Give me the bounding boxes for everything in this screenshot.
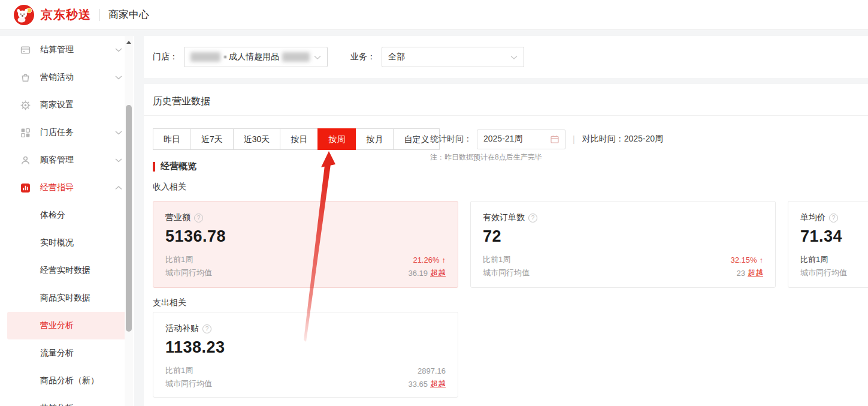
sidebar-item-settings[interactable]: 商家设置 <box>0 91 134 119</box>
row-label: 城市同行均值 <box>483 267 530 278</box>
card-row: 城市同行均值 36.19 超越 <box>165 266 446 279</box>
card-row: 城市同行均值 33.65 超越 <box>165 377 446 390</box>
metric-card-activity-subsidy[interactable]: 活动补贴 ? 1138.23 比前1周 2897.16 城市同行均值 33.65… <box>153 312 458 398</box>
tab-by-week[interactable]: 按周 <box>317 128 356 150</box>
stat-time-picker[interactable]: 2025-21周 <box>477 130 565 149</box>
card-row: 比前1周 32.15% ↑ <box>483 253 763 266</box>
tab-by-day[interactable]: 按日 <box>280 128 318 150</box>
sidebar-subitem-operation-realtime-data[interactable]: 经营实时数据 <box>7 257 127 284</box>
brand-title: 京东秒送 <box>41 7 91 23</box>
sidebar-subitem-realtime-overview[interactable]: 实时概况 <box>7 229 127 257</box>
row-label: 比前1周 <box>483 254 510 265</box>
sidebar: 结算管理 营销活动 <box>0 36 134 406</box>
pipe-divider: | <box>573 134 575 144</box>
tab-last-30-days[interactable]: 近30天 <box>233 128 281 150</box>
sidebar-item-settlement[interactable]: 结算管理 <box>0 36 134 64</box>
exceed-badge[interactable]: 超越 <box>748 267 763 278</box>
sidebar-subitem-health-score[interactable]: 体检分 <box>7 202 127 229</box>
stat-time-value: 2025-21周 <box>483 134 522 145</box>
top-bar: 京东秒送 商家中心 <box>0 0 868 30</box>
chart-icon <box>20 183 31 193</box>
card-title: 有效订单数 <box>483 212 525 223</box>
sidebar-subitem-business-analysis[interactable]: 营业分析 <box>7 312 127 339</box>
scroll-up-button[interactable] <box>125 38 132 46</box>
card-row: 比前1周 <box>800 253 868 266</box>
tab-by-month[interactable]: 按月 <box>355 128 394 150</box>
card-value: 5136.78 <box>165 227 446 246</box>
help-icon[interactable]: ? <box>528 213 537 222</box>
business-filter-label: 业务： <box>350 52 376 62</box>
sidebar-item-label: 顾客管理 <box>40 155 115 166</box>
row-value: 23 <box>737 269 745 278</box>
row-value: 36.19 <box>408 269 428 278</box>
sidebar-subitem-label: 营业分析 <box>40 320 74 331</box>
help-icon[interactable]: ? <box>829 213 838 222</box>
row-value: 33.65 <box>408 380 428 389</box>
metric-card-revenue[interactable]: 营业额 ? 5136.78 比前1周 21.26% ↑ 城市同行均值 36.19… <box>153 201 458 288</box>
row-label: 城市同行均值 <box>165 378 212 389</box>
overview-title: 经营概览 <box>161 161 196 172</box>
history-data-panel: 历史营业数据 昨日 近7天 近30天 按日 按周 按月 自定义 统计时间： 20… <box>144 84 868 406</box>
sidebar-item-label: 营销活动 <box>40 72 115 83</box>
marketing-icon <box>20 73 31 83</box>
exceed-badge[interactable]: 超越 <box>430 378 446 389</box>
sidebar-item-label: 经营指导 <box>40 182 115 193</box>
exceed-badge[interactable]: 超越 <box>430 267 446 278</box>
row-label: 比前1周 <box>165 365 193 376</box>
card-value: 71.34 <box>800 227 868 246</box>
row-value: 2897.16 <box>418 366 446 375</box>
help-icon[interactable]: ? <box>202 324 211 333</box>
tab-yesterday[interactable]: 昨日 <box>153 128 191 150</box>
sidebar-item-business-guidance[interactable]: 经营指导 <box>0 174 134 202</box>
up-arrow-icon: ↑ <box>760 255 764 264</box>
tab-last-7-days[interactable]: 近7天 <box>190 128 234 150</box>
sidebar-subitem-label: 商品分析（新） <box>40 375 99 386</box>
chevron-down-icon <box>314 55 321 60</box>
sidebar-item-store-tasks[interactable]: 门店任务 <box>0 119 134 146</box>
chevron-down-icon <box>115 130 122 135</box>
redacted-dot <box>224 56 226 58</box>
store-select[interactable]: 成人情趣用品 <box>184 47 328 67</box>
sidebar-scrollbar[interactable] <box>125 36 133 406</box>
card-row: 城市同行均值 <box>800 266 868 279</box>
data-note: 注：昨日数据预计在8点后生产完毕 <box>430 152 542 163</box>
grid-icon <box>20 128 31 138</box>
help-icon[interactable]: ? <box>194 213 203 222</box>
sidebar-item-marketing[interactable]: 营销活动 <box>0 64 134 91</box>
sidebar-subitem-product-analysis-new[interactable]: 商品分析（新） <box>7 367 127 395</box>
row-label: 比前1周 <box>800 254 828 265</box>
sidebar-subitem-label: 经营实时数据 <box>40 265 90 276</box>
row-value: 21.26% <box>413 255 439 264</box>
sidebar-subitem-label: 商品实时数据 <box>40 293 90 303</box>
overview-header: 经营概览 <box>153 161 196 172</box>
scroll-up-arrow-icon <box>126 41 131 44</box>
metric-card-avg-order-price[interactable]: 单均价 ? 71.34 比前1周 城市同行均值 <box>788 201 868 288</box>
metric-card-valid-orders[interactable]: 有效订单数 ? 72 比前1周 32.15% ↑ 城市同行均值 23 超越 <box>470 201 776 288</box>
business-select[interactable]: 全部 <box>382 47 524 67</box>
row-label: 城市同行均值 <box>165 267 212 278</box>
portal-title: 商家中心 <box>108 8 149 22</box>
card-value: 1138.23 <box>165 338 446 357</box>
section-accent-bar <box>153 162 155 172</box>
sidebar-item-label: 结算管理 <box>40 44 115 55</box>
calendar-icon <box>551 135 559 143</box>
sidebar-subitem-label: 营销分析 <box>40 403 74 406</box>
sidebar-subitem-traffic-analysis[interactable]: 流量分析 <box>7 339 127 367</box>
sidebar-scrollbar-thumb[interactable] <box>126 105 132 332</box>
row-label: 城市同行均值 <box>800 267 847 278</box>
redacted-blur <box>282 52 310 62</box>
sidebar-subitem-product-realtime-data[interactable]: 商品实时数据 <box>7 284 127 312</box>
chevron-down-icon <box>510 55 518 60</box>
sidebar-item-customers[interactable]: 顾客管理 <box>0 146 134 174</box>
card-value: 72 <box>483 227 763 246</box>
merchant-center-page: 京东秒送 商家中心 结算管理 营销活动 <box>0 0 868 406</box>
card-row: 城市同行均值 23 超越 <box>483 266 763 279</box>
sidebar-item-label: 商家设置 <box>40 100 122 110</box>
card-row: 比前1周 2897.16 <box>165 364 446 377</box>
stat-time-row: 统计时间： 2025-21周 | 对比时间：2025-20周 <box>430 128 663 150</box>
jd-miaosong-logo-icon <box>13 4 35 26</box>
card-title: 活动补贴 <box>165 323 199 334</box>
sidebar-subitem-marketing-analysis[interactable]: 营销分析 <box>7 395 127 406</box>
card-title: 营业额 <box>165 212 190 223</box>
sidebar-item-label: 门店任务 <box>40 127 115 138</box>
